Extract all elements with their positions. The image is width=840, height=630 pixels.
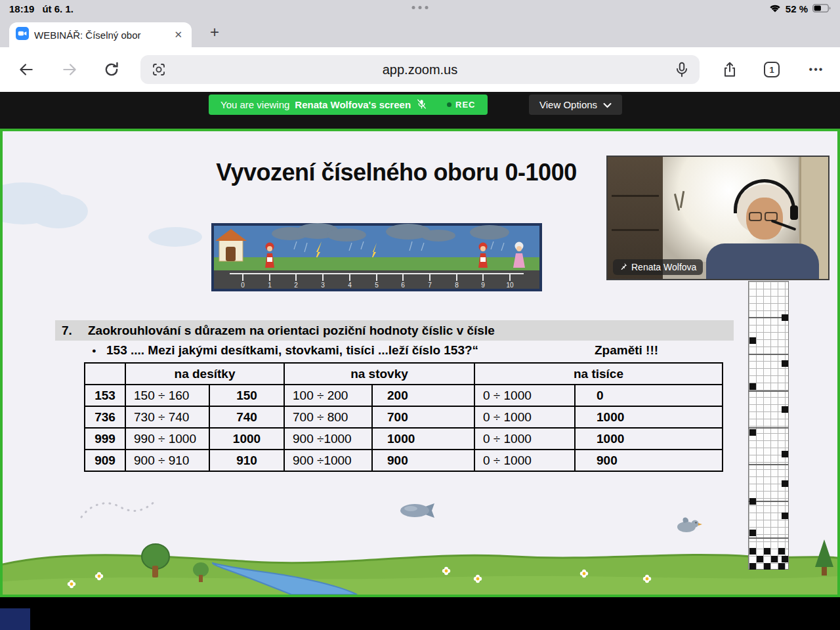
table-row: 999 990 ÷ 1000 1000 900 ÷1000 1000 0 ÷ 1…: [85, 428, 723, 450]
grass-landscape: [3, 534, 837, 595]
bullet-text: 153 .... Mezi jakými desítkami, stovkami…: [106, 343, 478, 358]
table-row: 909 900 ÷ 910 910 900 ÷1000 900 0 ÷ 1000…: [85, 450, 723, 471]
cell: 1000: [372, 428, 474, 450]
cell: 0 ÷ 1000: [474, 385, 575, 406]
browser-toolbar: app.zoom.us 1 •••: [0, 47, 840, 92]
clock: 18:19: [9, 3, 34, 14]
cell: 990 ÷ 1000: [125, 428, 209, 450]
section-number: 7.: [62, 324, 88, 338]
forward-button[interactable]: [60, 60, 79, 79]
svg-text:4: 4: [348, 282, 352, 289]
section-header: 7. Zaokrouhlování s důrazem na orientaci…: [55, 320, 734, 341]
status-bar: 18:19 út 6. 1. 52 %: [0, 0, 840, 17]
svg-text:0: 0: [241, 282, 245, 289]
url-text: app.zoom.us: [140, 55, 700, 84]
tab-switcher-button[interactable]: 1: [764, 62, 780, 77]
dotted-trail-decoration: [79, 491, 158, 522]
svg-text:7: 7: [428, 282, 432, 289]
shared-screen: Vyvození číselného oboru 0-1000: [0, 129, 840, 597]
bullet-icon: ●: [92, 346, 96, 354]
cell: 900 ÷1000: [284, 428, 372, 450]
cell: 1000: [209, 428, 284, 450]
tab-title: WEBINÁŘ: Číselný obor: [34, 30, 166, 41]
cell: 100 ÷ 200: [284, 385, 372, 406]
cell: 200: [372, 385, 474, 406]
close-tab-icon[interactable]: ✕: [171, 28, 185, 42]
cell: 736: [85, 406, 125, 428]
participant-video[interactable]: Renata Wolfova: [606, 156, 830, 280]
recording-indicator: REC: [447, 100, 475, 110]
numberline-illustration: 0 1 2 3 4 5 6 7 8 9 10: [211, 223, 542, 291]
bottom-left-accent: [0, 608, 30, 630]
mic-muted-icon: [416, 98, 427, 112]
cell: 700: [372, 406, 474, 428]
mic-icon[interactable]: [673, 61, 690, 81]
cell: 900 ÷1000: [284, 450, 372, 471]
svg-text:3: 3: [321, 282, 325, 289]
svg-text:10: 10: [506, 282, 514, 289]
cell: 999: [85, 428, 125, 450]
table-row: 153 150 ÷ 160 150 100 ÷ 200 200 0 ÷ 1000…: [85, 385, 723, 406]
viewing-prefix: You are viewing: [220, 99, 289, 110]
rec-dot-icon: [447, 102, 452, 107]
cell: 900: [575, 450, 723, 471]
header-tisice: na tisíce: [474, 363, 723, 385]
view-options-button[interactable]: View Options: [529, 94, 622, 115]
graph-paper-strip: [748, 281, 789, 570]
zoom-favicon-icon: [16, 27, 29, 43]
header-stovky: na stovky: [284, 363, 474, 385]
participant-name: Renata Wolfova: [631, 262, 696, 272]
browser-tab-webinar[interactable]: WEBINÁŘ: Číselný obor ✕: [9, 22, 192, 47]
memory-note: Zpaměti !!!: [595, 343, 658, 358]
cell: 1000: [575, 428, 723, 450]
rec-label: REC: [455, 100, 475, 110]
cell: 900 ÷ 910: [125, 450, 209, 471]
cell: 740: [209, 406, 284, 428]
corner-cell: [85, 363, 125, 385]
cell: 0 ÷ 1000: [474, 406, 575, 428]
cell: 0 ÷ 1000: [474, 428, 575, 450]
cell: 910: [209, 450, 284, 471]
airship-decoration: [399, 501, 436, 521]
cell: 909: [85, 450, 125, 471]
battery-icon: [812, 3, 831, 14]
svg-text:8: 8: [455, 282, 459, 289]
svg-text:9: 9: [481, 282, 485, 289]
date: út 6. 1.: [42, 3, 74, 14]
cell: 730 ÷ 740: [125, 406, 209, 428]
tab-strip: WEBINÁŘ: Číselný obor ✕ +: [0, 17, 840, 47]
bird-decoration: [672, 513, 702, 536]
reload-button[interactable]: [102, 60, 121, 79]
cell: 0: [575, 385, 723, 406]
cloud-decoration: [29, 194, 88, 228]
svg-text:5: 5: [375, 282, 379, 289]
cell: 0 ÷ 1000: [474, 450, 575, 471]
new-tab-button[interactable]: +: [203, 21, 226, 43]
cell: 900: [372, 450, 474, 471]
pin-icon: [620, 262, 627, 272]
more-menu-button[interactable]: •••: [803, 60, 830, 79]
section-title: Zaokrouhlování s důrazem na orientaci po…: [88, 324, 495, 338]
rounding-table: na desítky na stovky na tisíce 153 150 ÷…: [84, 362, 723, 472]
url-bar[interactable]: app.zoom.us: [140, 55, 700, 84]
battery-percent: 52 %: [786, 3, 808, 14]
table-header-row: na desítky na stovky na tisíce: [85, 363, 723, 385]
cell: 150: [209, 385, 284, 406]
view-options-label: View Options: [539, 99, 597, 110]
share-icon[interactable]: [721, 60, 739, 79]
cell: 153: [85, 385, 125, 406]
chevron-down-icon: [603, 99, 612, 110]
viewing-banner: You are viewing Renata Wolfova's screen …: [209, 94, 488, 115]
svg-text:1: 1: [268, 282, 272, 289]
table-row: 736 730 ÷ 740 740 700 ÷ 800 700 0 ÷ 1000…: [85, 406, 723, 428]
wifi-icon: [769, 3, 781, 14]
cell: 700 ÷ 800: [284, 406, 372, 428]
participant-name-tag: Renata Wolfova: [613, 259, 703, 275]
cloud-decoration: [148, 227, 202, 247]
header-desitky: na desítky: [125, 363, 284, 385]
multitask-indicator-icon: [412, 6, 429, 9]
back-button[interactable]: [17, 60, 35, 79]
zoom-banner-row: You are viewing Renata Wolfova's screen …: [0, 92, 840, 129]
bullet-row: ● 153 .... Mezi jakými desítkami, stovka…: [55, 341, 734, 361]
cell: 1000: [575, 406, 723, 428]
